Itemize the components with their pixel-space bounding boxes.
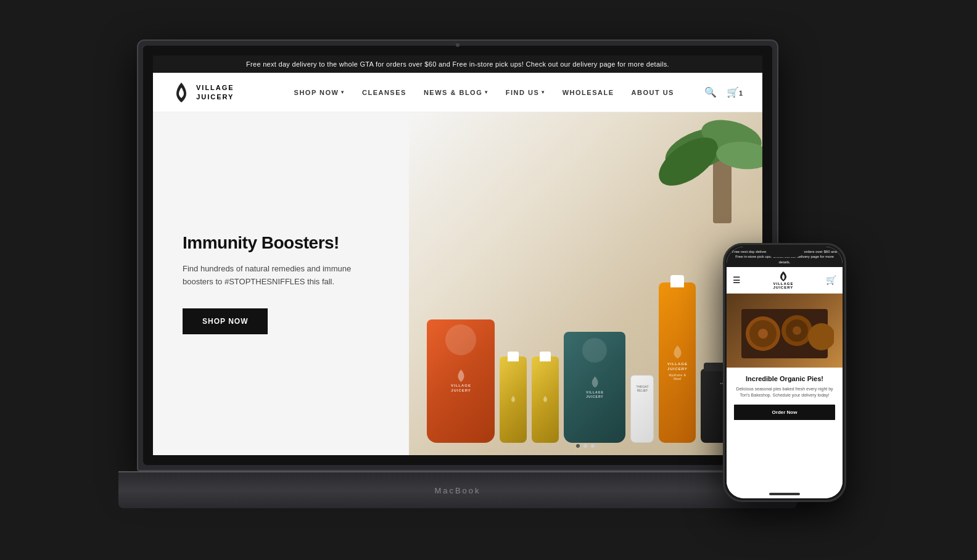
nav-shop-now[interactable]: SHOP NOW ▾ xyxy=(294,89,345,96)
hero-title: Immunity Boosters! xyxy=(183,233,379,253)
hero-content: Immunity Boosters! Find hundreds of natu… xyxy=(153,112,409,455)
laptop-base: MacBook xyxy=(118,471,797,508)
hamburger-icon[interactable]: ☰ xyxy=(733,275,741,285)
product-teal-cup: VILLAGEJUICERY xyxy=(564,332,625,443)
phone-hero-image xyxy=(727,294,843,368)
hero-description: Find hundreds of natural remedies and im… xyxy=(183,263,379,289)
camera xyxy=(456,43,460,47)
dot-1[interactable] xyxy=(576,444,580,448)
product-yellow-bottle-2 xyxy=(532,356,559,443)
logo-text: VILLAGE JUICERY xyxy=(196,83,234,101)
product-logo: VILLAGEJUICERY xyxy=(586,376,604,398)
logo-icon xyxy=(173,81,190,104)
product-logo xyxy=(542,395,548,404)
phone-logo-icon xyxy=(779,271,788,282)
svg-point-10 xyxy=(808,323,834,350)
phone-logo-text: VILLAGE JUICERY xyxy=(773,282,793,289)
product-logo: VILLAGEJUICERY xyxy=(451,369,471,393)
product-logo: VILLAGEJUICERY Hydrate & Heal xyxy=(667,344,688,381)
macbook-label: MacBook xyxy=(434,486,480,495)
plant-svg xyxy=(639,112,762,223)
scene: Free next day delivery to the whole GTA … xyxy=(118,27,859,533)
nav-news-blog[interactable]: NEWS & BLOG ▾ xyxy=(424,89,488,96)
plant-decoration xyxy=(639,112,762,223)
phone-home-indicator xyxy=(769,493,800,495)
nav-cleanses[interactable]: CLEANSES xyxy=(362,89,406,96)
slide-indicators xyxy=(576,444,595,448)
laptop-body: Free next day delivery to the whole GTA … xyxy=(137,39,778,471)
shop-now-button[interactable]: Shop Now xyxy=(183,308,268,334)
product-orange-cup: VILLAGEJUICERY xyxy=(427,319,495,443)
logo[interactable]: VILLAGE JUICERY xyxy=(173,81,234,104)
chevron-down-icon: ▾ xyxy=(542,89,545,95)
chevron-down-icon: ▾ xyxy=(485,89,488,95)
chevron-down-icon: ▾ xyxy=(341,89,345,95)
announcement-bar: Free next day delivery to the whole GTA … xyxy=(153,56,762,73)
product-logo xyxy=(510,395,516,404)
phone-logo[interactable]: VILLAGE JUICERY xyxy=(746,271,821,289)
hero-section: Immunity Boosters! Find hundreds of natu… xyxy=(153,112,762,455)
navigation: VILLAGE JUICERY SHOP NOW ▾ CLEANSES xyxy=(153,73,762,112)
svg-point-11 xyxy=(758,329,768,339)
phone-notch xyxy=(766,245,803,257)
website: Free next day delivery to the whole GTA … xyxy=(153,56,762,455)
laptop-screen: Free next day delivery to the whole GTA … xyxy=(143,46,772,465)
pie-image xyxy=(727,294,843,368)
product-white-bottle: THROATRELIEF xyxy=(630,375,654,443)
phone-navigation: ☰ VILLAGE JUICERY 🛒 xyxy=(727,267,843,294)
phone-hero-title: Incredible Organic Pies! xyxy=(734,375,835,382)
dot-2[interactable] xyxy=(583,444,587,448)
dot-3[interactable] xyxy=(591,444,595,448)
nav-about-us[interactable]: ABOUT US xyxy=(632,89,674,96)
phone-hero-desc: Delicious seasonal pies baked fresh ever… xyxy=(734,386,835,398)
laptop: Free next day delivery to the whole GTA … xyxy=(118,27,797,508)
pie-illustration xyxy=(735,297,834,364)
phone-cart-icon[interactable]: 🛒 xyxy=(826,275,836,285)
announcement-text: Free next day delivery to the whole GTA … xyxy=(246,60,669,68)
phone-screen: Free next day delivery to the whole GTA … xyxy=(727,247,843,498)
nav-actions: 🔍 🛒1 xyxy=(704,86,743,98)
hero-image: VILLAGEJUICERY xyxy=(409,112,762,455)
phone-device: Free next day delivery to the whole GTA … xyxy=(723,243,846,502)
product-tall-orange-bottle: VILLAGEJUICERY Hydrate & Heal xyxy=(659,282,696,443)
svg-point-12 xyxy=(793,326,801,335)
nav-find-us[interactable]: FIND US ▾ xyxy=(506,89,545,96)
product-yellow-bottle-1 xyxy=(500,356,527,443)
phone-cta-button[interactable]: Order Now xyxy=(734,405,835,420)
nav-links: SHOP NOW ▾ CLEANSES NEWS & BLOG ▾ xyxy=(264,89,704,96)
search-icon[interactable]: 🔍 xyxy=(704,86,717,98)
phone-content: Incredible Organic Pies! Delicious seaso… xyxy=(727,368,843,498)
cart-icon[interactable]: 🛒1 xyxy=(727,86,743,98)
nav-wholesale[interactable]: WHOLESALE xyxy=(563,89,614,96)
products-lineup: VILLAGEJUICERY xyxy=(409,245,762,443)
